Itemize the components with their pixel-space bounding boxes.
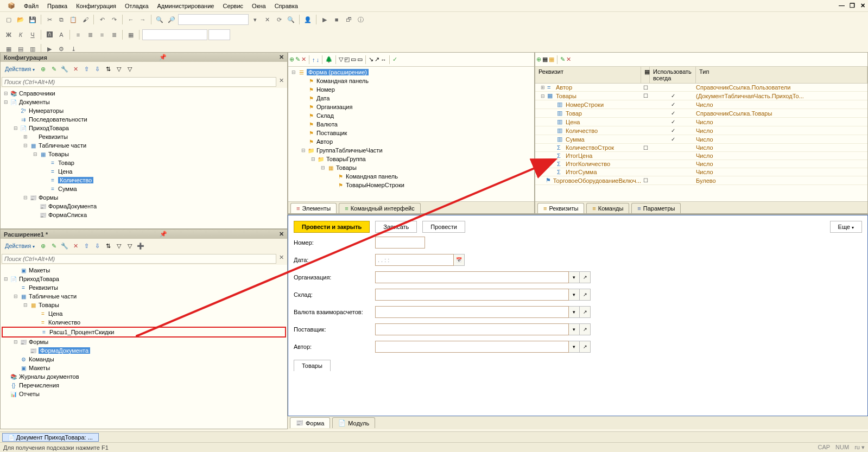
search-drop-icon[interactable]: ▾: [250, 14, 261, 25]
tab-cmd-interface[interactable]: ≡ Командный интерфейс: [339, 203, 420, 213]
refresh-icon[interactable]: ⟳: [274, 14, 284, 25]
tree-item[interactable]: =Количество: [2, 318, 286, 327]
open-icon[interactable]: ↗: [580, 271, 591, 283]
tree-item[interactable]: =Цена: [2, 167, 286, 176]
tree-item[interactable]: ⚑ТоварыНомерСтроки: [289, 181, 533, 189]
zoom-icon[interactable]: 🔎: [166, 14, 177, 25]
down-icon[interactable]: ↓: [316, 56, 320, 63]
tree-item[interactable]: =Товар: [2, 158, 286, 167]
edit-icon[interactable]: ✎: [560, 56, 565, 63]
delete-icon[interactable]: ✕: [71, 241, 80, 251]
tree-item[interactable]: ⚑Номер: [289, 85, 533, 94]
copy-icon[interactable]: ⧉: [56, 14, 67, 25]
menu-windows[interactable]: Окна: [248, 2, 270, 10]
down-icon[interactable]: ⇩: [92, 241, 102, 251]
open-icon[interactable]: 📂: [15, 14, 26, 25]
fwd-icon[interactable]: →: [137, 14, 148, 25]
tab-goods[interactable]: Товары: [294, 360, 331, 371]
edit-icon[interactable]: ✎: [49, 64, 59, 74]
tree-item[interactable]: ⚑Командная панель: [289, 172, 533, 181]
tree-item[interactable]: 📊Отчеты: [2, 390, 286, 398]
input-date[interactable]: . . : :: [375, 254, 454, 266]
add-icon[interactable]: ⊕: [38, 64, 48, 74]
input-wh[interactable]: [375, 289, 569, 301]
input-curr[interactable]: [375, 306, 569, 318]
ext-add-icon[interactable]: ➕: [136, 241, 145, 251]
delete-icon[interactable]: ✕: [71, 64, 80, 74]
search-clear-icon[interactable]: ✕: [276, 254, 286, 264]
bold-icon[interactable]: Ж: [3, 29, 14, 40]
calc-icon[interactable]: 🗗: [343, 14, 354, 25]
btn-post[interactable]: Провести: [422, 221, 465, 233]
sort-icon[interactable]: ⇅: [103, 241, 113, 251]
italic-icon[interactable]: К: [15, 29, 26, 40]
calendar-icon[interactable]: 📅: [454, 254, 465, 266]
tree-item[interactable]: =Сумма: [2, 184, 286, 193]
dropdown-icon[interactable]: ▾: [569, 271, 580, 283]
align-just-icon[interactable]: ≣: [109, 29, 119, 40]
size-combo[interactable]: [208, 29, 230, 40]
search-combo[interactable]: [178, 14, 249, 25]
tree-item[interactable]: =Цена: [2, 309, 286, 318]
wand-icon[interactable]: 🔧: [60, 241, 69, 251]
line3-icon[interactable]: ↔: [381, 56, 387, 63]
lens-icon[interactable]: 🔍: [286, 14, 296, 25]
tree-item[interactable]: ⚑Склад: [289, 111, 533, 120]
dropdown-icon[interactable]: ▾: [569, 323, 580, 335]
attr-row[interactable]: ΣКоличествоСтрок☐Число: [535, 144, 867, 152]
tree-item[interactable]: ⚑Валюта: [289, 120, 533, 129]
delete-icon[interactable]: ✕: [566, 56, 571, 63]
delete-icon[interactable]: ✕: [301, 56, 306, 63]
font-combo[interactable]: [142, 29, 207, 40]
up-icon[interactable]: ↑: [312, 56, 315, 63]
btn-more[interactable]: Еще ▾: [830, 221, 862, 233]
attr-row[interactable]: ⚑ТорговоеОборудованиеВключ...☐Булево: [535, 176, 867, 185]
help-icon[interactable]: ⓘ: [355, 14, 366, 25]
add-icon[interactable]: ⊕: [536, 56, 541, 63]
menu-edit[interactable]: Правка: [43, 2, 72, 10]
filter-icon[interactable]: ▽: [114, 241, 124, 251]
minimize-icon[interactable]: —: [834, 1, 843, 10]
open-icon[interactable]: ↗: [580, 306, 591, 318]
tree-item[interactable]: ▣Макеты: [2, 364, 286, 372]
menu-service[interactable]: Сервис: [218, 2, 248, 10]
back-icon[interactable]: ←: [125, 14, 136, 25]
up-icon[interactable]: ⇧: [81, 241, 91, 251]
elements-tree[interactable]: ⊟☰Форма (расширение)⚑Командная панель⚑Но…: [288, 67, 534, 201]
search-input[interactable]: [2, 254, 276, 264]
debug-stop-icon[interactable]: ■: [331, 14, 342, 25]
attr-row[interactable]: ΣИтогЦенаЧисло: [535, 152, 867, 160]
tree-item[interactable]: ⊞ Реквизиты: [2, 132, 286, 141]
undo-icon[interactable]: ↶: [97, 14, 107, 25]
tree-item[interactable]: ⊟📄ПриходТовара: [2, 275, 286, 283]
merge-icon[interactable]: ▦: [125, 29, 136, 40]
tree-item[interactable]: ⊟▦Табличные части: [2, 292, 286, 301]
check-icon[interactable]: ✓: [392, 56, 397, 63]
tree-item[interactable]: ⊟☰Форма (расширение): [289, 68, 533, 77]
clear-icon[interactable]: ✕: [262, 14, 273, 25]
panel-pin-icon[interactable]: 📌: [159, 54, 167, 61]
tab-commands[interactable]: ≡ Команды: [586, 203, 629, 213]
down-icon[interactable]: ⇩: [92, 64, 102, 74]
restore-icon[interactable]: ❐: [845, 1, 854, 10]
new-icon[interactable]: ▢: [3, 14, 14, 25]
tree-item[interactable]: ⊟📰Формы: [2, 193, 286, 202]
save-icon[interactable]: 💾: [27, 14, 38, 25]
close-icon[interactable]: ✕: [856, 1, 865, 10]
status-lang[interactable]: ru ▾: [854, 444, 865, 451]
tree-item[interactable]: 2³Нумераторы: [2, 106, 286, 115]
redo-icon[interactable]: ↷: [109, 14, 119, 25]
paint-icon[interactable]: 🖌: [80, 14, 91, 25]
actions-dropdown[interactable]: Действия ▾: [3, 66, 37, 72]
tree-item[interactable]: ⊟📰Формы: [2, 338, 286, 346]
cols2-icon[interactable]: ▦: [549, 56, 554, 63]
attr-row[interactable]: ΣИтогСуммаЧисло: [535, 168, 867, 176]
menu-debug[interactable]: Отладка: [121, 2, 153, 10]
input-number[interactable]: [375, 237, 425, 249]
menu-file[interactable]: Файл: [20, 2, 43, 10]
attr-row[interactable]: ▥Количество✓Число: [535, 126, 867, 135]
attr-row[interactable]: ▥НомерСтроки✓Число: [535, 100, 867, 109]
tree-item[interactable]: ⊟▦Табличные части: [2, 141, 286, 150]
tree-item[interactable]: 📰ФормаСписка: [2, 211, 286, 219]
tree-item[interactable]: ⚑Поставщик: [289, 129, 533, 137]
